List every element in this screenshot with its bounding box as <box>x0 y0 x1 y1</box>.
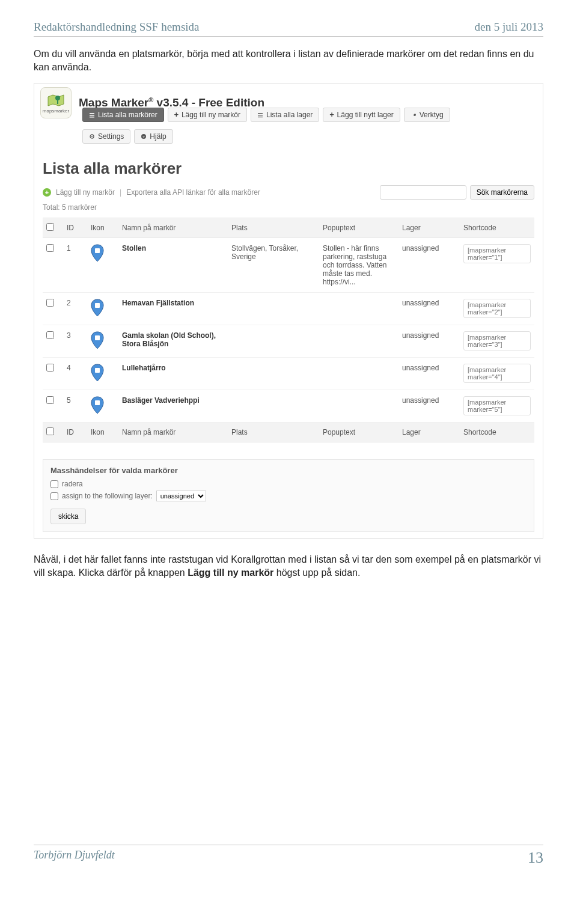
table-row: 2Hemavan Fjällstationunassigned[mapsmark… <box>43 293 534 325</box>
marker-name-link[interactable]: Gamla skolan (Old School), Stora Blåsjön <box>122 331 216 348</box>
search-button[interactable]: Sök markörerna <box>470 185 534 200</box>
mass-assign-checkbox[interactable] <box>50 492 58 500</box>
row-id: 5 <box>63 390 87 423</box>
svg-rect-6 <box>258 117 263 117</box>
row-lager: unassigned <box>398 238 460 293</box>
row-checkbox[interactable] <box>46 396 54 404</box>
svg-rect-5 <box>258 115 263 115</box>
mass-delete-checkbox[interactable] <box>50 480 58 488</box>
app-screenshot: mapsmarker Maps Marker® v3.5.4 - Free Ed… <box>34 83 543 539</box>
help-icon: ? <box>141 133 147 139</box>
col-lager: Lager <box>398 218 460 238</box>
mass-title: Masshändelser för valda markörer <box>50 466 527 475</box>
table-row: 5Basläger Vadveriehppiunassigned[mapsmar… <box>43 390 534 423</box>
row-plats <box>228 390 319 423</box>
row-checkbox[interactable] <box>46 299 54 307</box>
doc-header-left: Redaktörshandledning SSF hemsida <box>34 20 199 34</box>
row-id: 2 <box>63 293 87 325</box>
outro-paragraph: Nåväl, i det här fallet fanns inte rasts… <box>34 553 543 579</box>
export-api-link[interactable]: Exportera alla API länkar för alla markö… <box>126 188 260 197</box>
svg-rect-3 <box>90 117 94 118</box>
settings-button[interactable]: Settings <box>82 129 130 144</box>
marker-pin-icon <box>91 331 104 349</box>
mass-assign-select[interactable]: unassigned <box>156 491 206 501</box>
mass-submit-button[interactable]: skicka <box>50 509 86 524</box>
row-popup <box>319 358 398 390</box>
col-ikon: Ikon <box>87 218 118 238</box>
row-popup <box>319 293 398 325</box>
marker-name-link[interactable]: Basläger Vadveriehppi <box>122 396 200 405</box>
row-id: 1 <box>63 238 87 293</box>
svg-point-0 <box>55 96 60 100</box>
wrench-icon <box>411 112 417 118</box>
list-layers-button[interactable]: Lista alla lager <box>251 108 319 122</box>
add-circle-icon[interactable]: + <box>43 188 51 197</box>
plus-icon: + <box>174 111 179 119</box>
row-lager: unassigned <box>398 358 460 390</box>
table-row: 4Lullehatjårrounassigned[mapsmarker mark… <box>43 358 534 390</box>
row-checkbox[interactable] <box>46 364 54 372</box>
row-lager: unassigned <box>398 325 460 358</box>
col-popup: Popuptext <box>319 218 398 238</box>
row-id: 3 <box>63 325 87 358</box>
page-heading: Lista alla markörer <box>43 159 543 178</box>
row-checkbox[interactable] <box>46 331 54 339</box>
doc-header-right: den 5 juli 2013 <box>474 20 543 34</box>
mapsmarker-logo: mapsmarker <box>40 87 72 118</box>
svg-rect-13 <box>95 335 100 340</box>
footer-author: Torbjörn Djuvfeldt <box>34 849 115 867</box>
total-count: Total: 5 markörer <box>34 203 543 218</box>
mass-delete-option[interactable]: radera <box>50 480 527 488</box>
row-popup <box>319 325 398 358</box>
row-shortcode[interactable]: [mapsmarker marker="1"] <box>463 244 531 263</box>
add-marker-button[interactable]: +Lägg till ny markör <box>168 108 247 122</box>
col-name[interactable]: Namn på markör <box>118 218 228 238</box>
intro-paragraph: Om du vill använda en platsmarkör, börja… <box>34 47 543 73</box>
list-markers-button[interactable]: Lista alla markörer <box>82 108 164 122</box>
row-shortcode[interactable]: [mapsmarker marker="2"] <box>463 299 531 318</box>
mass-actions-box: Masshändelser för valda markörer radera … <box>43 459 534 532</box>
row-checkbox[interactable] <box>46 244 54 252</box>
add-layer-button[interactable]: +Lägg till nytt lager <box>323 108 400 122</box>
svg-rect-15 <box>95 400 100 405</box>
table-row: 3Gamla skolan (Old School), Stora Blåsjö… <box>43 325 534 358</box>
mass-assign-option[interactable]: assign to the following layer: unassigne… <box>50 491 527 501</box>
tools-button[interactable]: Verktyg <box>404 108 450 122</box>
gear-icon <box>89 133 95 139</box>
row-shortcode[interactable]: [mapsmarker marker="4"] <box>463 364 531 383</box>
col-plats: Plats <box>228 218 319 238</box>
header-rule <box>34 36 543 37</box>
col-shortcode: Shortcode <box>460 218 534 238</box>
svg-rect-12 <box>95 303 100 308</box>
table-row: 1StollenStollvägen, Torsåker, SverigeSto… <box>43 238 534 293</box>
marker-name-link[interactable]: Lullehatjårro <box>122 364 166 372</box>
row-popup: Stollen - här finns parkering, raststuga… <box>319 238 398 293</box>
svg-rect-11 <box>95 248 100 253</box>
row-plats <box>228 293 319 325</box>
row-shortcode[interactable]: [mapsmarker marker="3"] <box>463 331 531 350</box>
marker-name-link[interactable]: Hemavan Fjällstation <box>122 299 194 307</box>
page-number: 13 <box>528 849 543 867</box>
list-icon <box>257 112 263 118</box>
select-all-footer-checkbox[interactable] <box>46 427 54 435</box>
marker-pin-icon <box>91 244 104 262</box>
select-all-checkbox[interactable] <box>46 223 54 231</box>
marker-name-link[interactable]: Stollen <box>122 244 146 252</box>
row-plats <box>228 325 319 358</box>
plus-icon: + <box>329 111 334 119</box>
svg-rect-4 <box>258 113 263 114</box>
row-popup <box>319 390 398 423</box>
marker-pin-icon <box>91 299 104 317</box>
marker-pin-icon <box>91 364 104 382</box>
row-plats: Stollvägen, Torsåker, Sverige <box>228 238 319 293</box>
marker-pin-icon <box>91 396 104 414</box>
footer-rule <box>34 845 543 845</box>
svg-rect-1 <box>90 113 94 114</box>
add-marker-link[interactable]: Lägg till ny markör <box>56 188 115 197</box>
row-id: 4 <box>63 358 87 390</box>
search-input[interactable] <box>380 185 466 200</box>
row-shortcode[interactable]: [mapsmarker marker="5"] <box>463 396 531 415</box>
help-button[interactable]: ? Hjälp <box>134 129 172 144</box>
col-id[interactable]: ID <box>63 218 87 238</box>
svg-point-8 <box>91 136 93 137</box>
